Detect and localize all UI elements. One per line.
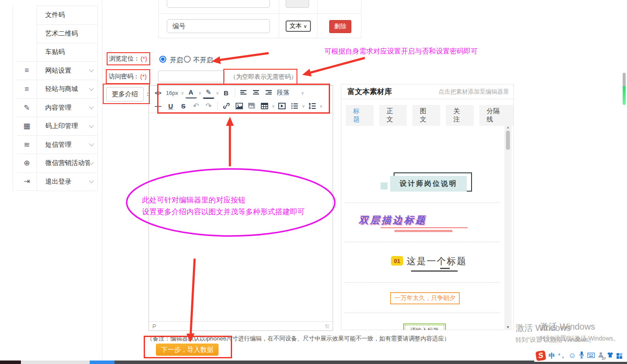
chevron-down-icon[interactable]: ∨	[320, 104, 323, 108]
ordered-list-icon[interactable]	[289, 101, 300, 111]
rich-text-material-panel: 富文本素材库 点击把素材添加至编辑器里 标题 正文 图文 关注 分隔线 设计师岗…	[341, 84, 514, 330]
material-number-badge[interactable]: 01	[391, 256, 403, 266]
sidebar-item-website-settings[interactable]: 网站设置	[37, 62, 98, 81]
sidebar-item-content-manage[interactable]: 内容管理	[37, 99, 98, 118]
highlight-color-icon[interactable]: ✎	[203, 87, 214, 99]
table-icon[interactable]	[259, 101, 270, 111]
chevron-down-icon	[89, 142, 94, 146]
browse-on-radio[interactable]	[159, 56, 166, 63]
editor-toolbar: <> 16px ∨ A ∨ ✎ ∨ B 段落 ∨ — U S ↶ ↷ ∨	[149, 86, 333, 113]
code-view-icon[interactable]: <>	[152, 88, 164, 98]
link-icon[interactable]	[221, 101, 232, 111]
ime-punctuation-icon[interactable]: °，	[558, 352, 566, 360]
more-intro-button[interactable]: 更多介绍	[106, 87, 144, 101]
chevron-down-icon[interactable]: ∨	[301, 91, 304, 95]
underline-icon[interactable]: U	[165, 101, 176, 111]
chevron-down-icon	[89, 123, 94, 128]
resize-handle-icon[interactable]	[325, 324, 329, 328]
select-caret-icon: ∨	[303, 24, 307, 29]
keyboard-icon[interactable]	[587, 352, 595, 360]
lite-site-mall-icon: ≡	[17, 80, 37, 98]
sidebar-item-sms-manage[interactable]: 短信管理	[37, 136, 98, 155]
skin-shirt-icon[interactable]	[607, 352, 614, 360]
chevron-down-icon[interactable]: ∨	[199, 91, 202, 95]
emoji-icon[interactable]: ☺	[569, 351, 576, 360]
scroll-up-icon[interactable]: ▲	[504, 125, 512, 129]
scroll-down-icon[interactable]: ▼	[504, 325, 512, 329]
strikethrough-icon[interactable]: S	[178, 101, 189, 111]
material-panel-header: 富文本素材库 点击把素材添加至编辑器里	[341, 84, 513, 99]
wechat-marketing-icon: ⊕	[17, 154, 37, 172]
tab-body-text[interactable]: 正文	[379, 105, 407, 126]
skin-person-icon[interactable]: 27	[598, 352, 604, 360]
image-icon[interactable]	[233, 101, 245, 111]
gallery-icon[interactable]	[246, 101, 257, 111]
sidebar-item-wechat-marketing[interactable]: 微信营销活动管理	[37, 154, 98, 173]
chevron-down-icon[interactable]: ∨	[216, 91, 219, 95]
table-col-border	[317, 0, 317, 38]
font-color-icon[interactable]: A	[185, 87, 197, 98]
field-type-select[interactable]: 文本 ∨	[286, 20, 311, 32]
panel-scrollbar[interactable]: ▲ ▼	[504, 125, 512, 330]
sidebar-item-lite-site-mall[interactable]: 轻站与商城	[37, 80, 98, 99]
font-size-select[interactable]: 16px	[165, 88, 179, 98]
material-input-title[interactable]: 请输入标题	[403, 324, 446, 330]
chevron-down-icon	[89, 160, 94, 165]
scrollbar-thumb[interactable]	[506, 131, 510, 150]
microphone-icon[interactable]	[579, 351, 584, 360]
sms-manage-icon: ≋	[17, 135, 37, 154]
field-number-input[interactable]	[167, 19, 270, 33]
delete-field-button[interactable]: 删除	[329, 20, 351, 33]
scroll-indicator-pill[interactable]	[623, 73, 626, 105]
tab-divider[interactable]: 分隔线	[479, 105, 513, 126]
sidebar-item-file-code[interactable]: 文件码	[37, 6, 98, 25]
browse-location-label: 浏览定位：(*)	[107, 52, 150, 65]
block-tag-indicator: P	[152, 323, 156, 330]
browse-off-radio[interactable]	[184, 56, 191, 63]
field-name-input-clipped[interactable]	[167, 0, 270, 8]
paragraph-format-select[interactable]: 段落	[276, 88, 290, 98]
required-asterisk: (*)	[140, 73, 147, 80]
chevron-down-icon[interactable]: ∨	[302, 104, 305, 108]
bold-icon[interactable]: B	[220, 88, 232, 98]
material-slogan[interactable]: 一万年太久，只争朝夕	[390, 292, 460, 304]
editor-content-area[interactable]	[149, 113, 333, 321]
video-icon[interactable]	[276, 101, 287, 111]
sogou-logo-icon[interactable]: S	[536, 351, 546, 361]
sidebar-item-qr-print-manage[interactable]: 码上印管理	[37, 117, 98, 136]
ime-mode-chinese[interactable]: 中	[549, 352, 555, 360]
content-manage-icon: ✎	[17, 98, 37, 117]
ime-menu-grid-icon[interactable]	[617, 353, 622, 359]
sidebar-item-car-sticker-code[interactable]: 车贴码	[37, 43, 98, 62]
dotted-divider	[345, 313, 500, 313]
material-tabs: 标题 正文 图文 关注 分隔线	[346, 105, 513, 126]
material-double-outline-title[interactable]: 双层描边标题	[359, 214, 427, 227]
align-right-icon[interactable]	[263, 88, 275, 98]
sidebar-item-logout[interactable]: 退出登录	[37, 173, 98, 192]
undo-icon[interactable]: ↶	[190, 101, 202, 111]
horizontal-rule-icon[interactable]: —	[152, 101, 164, 111]
material-list: 设计师岗位说明 双层描边标题 01 这是一个标题 一万年太久，只争朝夕 请输入标…	[341, 125, 503, 330]
sidebar-left-border	[13, 6, 13, 191]
line-height-icon[interactable]	[307, 101, 318, 111]
next-step-button[interactable]: 下一步，导入数据	[156, 344, 219, 356]
access-password-label: 访问密码：(*)	[106, 69, 150, 84]
sidebar-menu: 文件码 艺术二维码 车贴码 网站设置 轻站与商城 内容管理 码上印管理 短信管理…	[37, 6, 98, 191]
content-divider	[102, 0, 102, 361]
tab-image-text[interactable]: 图文	[412, 105, 440, 126]
sidebar-item-art-qrcode[interactable]: 艺术二维码	[37, 25, 98, 44]
access-password-input[interactable]	[158, 71, 225, 82]
chevron-down-icon[interactable]: ∨	[272, 104, 275, 108]
dotted-divider	[345, 282, 500, 283]
dotted-divider	[345, 242, 500, 242]
chevron-down-icon[interactable]: ∨	[181, 91, 184, 95]
tab-title[interactable]: 标题	[346, 105, 374, 126]
annotation-ellipse-line2: 设置更多介绍内容以图文并茂等多种形式搭建即可	[142, 207, 305, 217]
editor-status-bar: P	[149, 321, 333, 330]
material-boxed-title[interactable]: 设计师岗位说明	[381, 176, 472, 196]
tab-follow[interactable]: 关注	[446, 105, 474, 126]
material-number-title[interactable]: 这是一个标题	[407, 255, 467, 267]
redo-icon[interactable]: ↷	[203, 101, 214, 111]
align-left-icon[interactable]	[238, 88, 249, 98]
align-center-icon[interactable]	[251, 88, 262, 98]
